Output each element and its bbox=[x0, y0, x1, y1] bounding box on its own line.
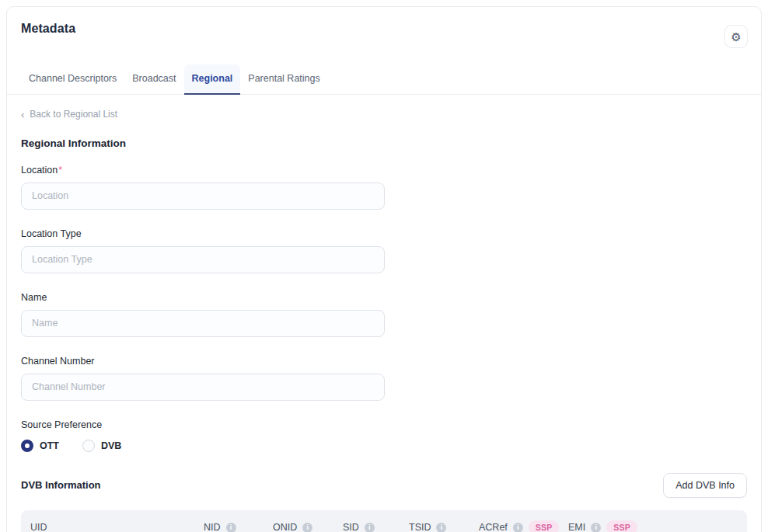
column-label: EMI bbox=[568, 522, 585, 532]
radio-option-ott[interactable]: OTT bbox=[21, 440, 59, 452]
radio-ott-label: OTT bbox=[40, 440, 59, 451]
location-type-input[interactable] bbox=[21, 246, 385, 273]
dvb-section-header: DVB Information Add DVB Info bbox=[21, 473, 747, 498]
card-header: Metadata ⚙ bbox=[7, 7, 761, 48]
info-icon[interactable]: i bbox=[436, 523, 446, 532]
ssp-badge: SSP bbox=[606, 520, 637, 532]
required-marker: * bbox=[58, 165, 62, 176]
column-header-acref: ACRef i SSP bbox=[479, 520, 568, 532]
regional-form: Location* Location Type Name Channel Num… bbox=[21, 165, 747, 452]
column-header-emi: EMI i SSP bbox=[568, 520, 747, 532]
source-preference-label: Source Preference bbox=[21, 419, 747, 430]
column-header-uid: UID bbox=[21, 522, 204, 532]
info-icon[interactable]: i bbox=[365, 523, 375, 532]
field-location-type: Location Type bbox=[21, 228, 747, 273]
name-label: Name bbox=[21, 292, 747, 303]
back-link-label: Back to Regional List bbox=[30, 109, 117, 120]
tab-bar: Channel Descriptors Broadcast Regional P… bbox=[7, 64, 761, 95]
tab-broadcast[interactable]: Broadcast bbox=[124, 64, 183, 95]
info-icon[interactable]: i bbox=[226, 523, 236, 532]
info-icon[interactable]: i bbox=[302, 523, 312, 532]
field-name: Name bbox=[21, 292, 747, 337]
tab-channel-descriptors[interactable]: Channel Descriptors bbox=[21, 64, 124, 95]
add-dvb-info-button[interactable]: Add DVB Info bbox=[663, 473, 747, 498]
page-title: Metadata bbox=[21, 22, 75, 36]
location-input[interactable] bbox=[21, 183, 385, 210]
field-location: Location* bbox=[21, 165, 747, 210]
info-icon[interactable]: i bbox=[591, 523, 601, 532]
column-header-tsid: TSID i bbox=[409, 522, 479, 532]
field-channel-number: Channel Number bbox=[21, 356, 747, 401]
channel-number-input[interactable] bbox=[21, 374, 385, 401]
tab-regional[interactable]: Regional bbox=[184, 64, 241, 95]
column-header-onid: ONID i bbox=[273, 522, 343, 532]
tab-parental-ratings[interactable]: Parental Ratings bbox=[240, 64, 327, 95]
column-header-nid: NID i bbox=[204, 522, 273, 532]
column-label: ACRef bbox=[479, 522, 508, 532]
source-preference-options: OTT DVB bbox=[21, 440, 747, 452]
column-label: NID bbox=[204, 522, 221, 532]
column-header-sid: SID i bbox=[343, 522, 409, 532]
column-label: TSID bbox=[409, 522, 431, 532]
dvb-section-title: DVB Information bbox=[21, 479, 101, 491]
back-link[interactable]: ‹ Back to Regional List bbox=[21, 109, 117, 120]
radio-option-dvb[interactable]: DVB bbox=[82, 440, 121, 452]
settings-button[interactable]: ⚙ bbox=[724, 25, 748, 48]
column-label: SID bbox=[343, 522, 359, 532]
metadata-card: Metadata ⚙ Channel Descriptors Broadcast… bbox=[6, 6, 762, 532]
info-icon[interactable]: i bbox=[513, 523, 523, 532]
name-input[interactable] bbox=[21, 310, 385, 337]
location-label: Location* bbox=[21, 165, 747, 176]
column-label: UID bbox=[30, 522, 47, 532]
radio-unselected-icon bbox=[82, 440, 95, 452]
tab-content: ‹ Back to Regional List Regional Informa… bbox=[7, 95, 761, 532]
column-label: ONID bbox=[273, 522, 297, 532]
section-title: Regional Information bbox=[21, 137, 747, 149]
radio-dvb-label: DVB bbox=[101, 440, 121, 451]
channel-number-label: Channel Number bbox=[21, 356, 747, 367]
location-type-label: Location Type bbox=[21, 228, 747, 239]
location-label-text: Location bbox=[21, 165, 58, 176]
dvb-table-header: UID NID i ONID i SID i TSID i bbox=[21, 510, 747, 532]
dvb-table: UID NID i ONID i SID i TSID i bbox=[21, 510, 747, 532]
ssp-badge: SSP bbox=[529, 520, 560, 532]
chevron-left-icon: ‹ bbox=[21, 110, 24, 120]
gear-icon: ⚙ bbox=[731, 31, 741, 43]
radio-selected-icon bbox=[21, 440, 33, 452]
field-source-preference: Source Preference OTT DVB bbox=[21, 419, 747, 452]
